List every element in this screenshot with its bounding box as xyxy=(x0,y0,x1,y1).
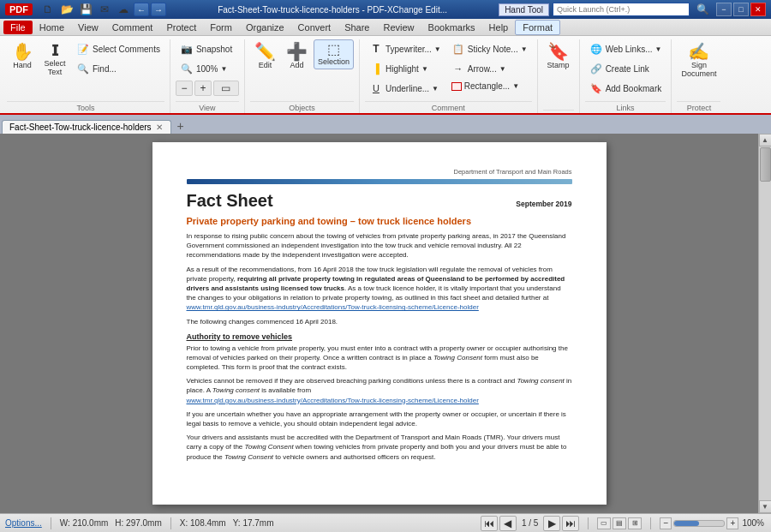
view-mode-3[interactable]: ⊞ xyxy=(628,517,642,529)
pdf-viewport[interactable]: Department of Transport and Main Roads F… xyxy=(0,134,758,513)
fact-sheet-date: September 2019 xyxy=(516,200,571,208)
qat-cloud[interactable]: ☁ xyxy=(115,2,132,17)
hand-tool-button[interactable]: ✋ Hand xyxy=(7,39,38,73)
zoom-out-status-btn[interactable]: − xyxy=(660,517,672,529)
status-x: X: 108.4mm xyxy=(180,518,226,528)
rectangle-button[interactable]: Rectangle... ▼ xyxy=(447,79,532,93)
doc-tab-active[interactable]: Fact-Sheet-Tow-truck-licence-holders ✕ xyxy=(2,120,171,134)
menu-format[interactable]: Format xyxy=(515,20,560,35)
protect-group-label: Protect xyxy=(677,101,720,113)
quick-launch-input[interactable] xyxy=(553,3,690,16)
menu-home[interactable]: Home xyxy=(33,21,71,34)
snapshot-button[interactable]: 📷 Snapshot xyxy=(176,39,239,58)
zoom-slider[interactable] xyxy=(673,520,725,527)
nav-forward[interactable]: → xyxy=(151,3,166,16)
zoom-in-btn[interactable]: + xyxy=(194,81,212,96)
highlight-button[interactable]: ▐ Highlight ▼ xyxy=(365,59,445,78)
select-comments-icon: 📝 xyxy=(76,42,90,56)
sticky-note-button[interactable]: 📋 Sticky Note... ▼ xyxy=(447,39,532,58)
new-tab-btn[interactable]: + xyxy=(173,118,188,134)
document-tabs: Fact-Sheet-Tow-truck-licence-holders ✕ + xyxy=(0,115,771,134)
sticky-note-dropdown: ▼ xyxy=(521,45,528,53)
edit-icon: ✏️ xyxy=(254,43,276,60)
pdf-para-1: In response to rising public concern abo… xyxy=(187,231,572,260)
create-link-button[interactable]: 🔗 Create Link xyxy=(585,59,666,78)
nav-prev-btn[interactable]: ◀ xyxy=(499,516,517,531)
ribbon-group-objects: ✏️ Edit ➕ Add ⬚ Selection Objects xyxy=(247,39,360,113)
menu-comment[interactable]: Comment xyxy=(105,21,160,34)
scroll-up-btn[interactable]: ▲ xyxy=(759,134,772,146)
status-bar: Options... W: 210.0mm H: 297.0mm X: 108.… xyxy=(0,513,771,532)
underline-button[interactable]: U Underline... ▼ xyxy=(365,79,445,98)
qat-open[interactable]: 📂 xyxy=(58,2,75,17)
tools-group-label: Tools xyxy=(7,101,164,113)
typewriter-button[interactable]: T Typewriter... ▼ xyxy=(365,39,445,58)
scroll-thumb[interactable] xyxy=(760,147,771,182)
edit-button[interactable]: ✏️ Edit xyxy=(250,39,280,73)
tool-label: Hand Tool xyxy=(499,3,549,16)
menu-share[interactable]: Share xyxy=(338,21,376,34)
underline-icon: U xyxy=(369,81,383,95)
ribbon-group-protect: ✍ SignDocument Protect xyxy=(673,39,726,113)
stamp-icon: 🔖 xyxy=(547,43,569,60)
nav-back[interactable]: ← xyxy=(134,3,149,16)
pdf-para-4: Prior to towing a vehicle from private p… xyxy=(187,344,572,373)
select-text-button[interactable]: 𝗜 SelectText xyxy=(39,39,70,80)
add-button[interactable]: ➕ Add xyxy=(282,39,312,73)
sep4 xyxy=(650,517,651,529)
doc-tab-close-btn[interactable]: ✕ xyxy=(155,123,164,132)
fact-sheet-title: Fact Sheet xyxy=(187,191,273,211)
menu-help[interactable]: Help xyxy=(482,21,516,34)
nav-next-btn[interactable]: ▶ xyxy=(543,516,560,531)
view-mode-2[interactable]: ▤ xyxy=(613,517,626,529)
nav-first-btn[interactable]: ⏮ xyxy=(481,516,498,531)
ribbon-group-view: 📷 Snapshot 🔍 100% ▼ − + ▭ View xyxy=(172,39,245,113)
ribbon-group-tools: ✋ Hand 𝗜 SelectText 📝 Select Comments 🔍 … xyxy=(3,39,170,113)
web-links-button[interactable]: 🌐 Web Links... ▼ xyxy=(585,39,666,58)
zoom-in-status-btn[interactable]: + xyxy=(726,517,738,529)
zoom-out-btn[interactable]: − xyxy=(176,81,193,96)
qat-new[interactable]: 🗋 xyxy=(39,2,57,17)
view-group-label: View xyxy=(176,101,239,113)
selection-button[interactable]: ⬚ Selection xyxy=(314,39,354,69)
add-bookmark-icon: 🔖 xyxy=(589,81,603,95)
fit-page-btn[interactable]: ▭ xyxy=(213,81,239,96)
sep1 xyxy=(51,517,51,529)
add-bookmark-button[interactable]: 🔖 Add Bookmark xyxy=(585,79,666,98)
options-btn[interactable]: Options... xyxy=(5,518,42,528)
nav-last-btn[interactable]: ⏭ xyxy=(562,516,579,531)
qat-email[interactable]: ✉ xyxy=(96,2,113,17)
zoom-level: 100% xyxy=(740,518,766,528)
doc-tab-name: Fact-Sheet-Tow-truck-licence-holders xyxy=(9,123,152,132)
menu-bookmarks[interactable]: Bookmarks xyxy=(421,21,482,34)
arrow-button[interactable]: → Arrow... ▼ xyxy=(447,59,532,78)
typewriter-icon: T xyxy=(369,42,383,56)
scroll-track[interactable] xyxy=(759,146,772,500)
search-icon[interactable]: 🔍 xyxy=(696,3,709,15)
menu-organize[interactable]: Organize xyxy=(239,21,291,34)
minimize-button[interactable]: − xyxy=(716,3,732,16)
sign-document-button[interactable]: ✍ SignDocument xyxy=(677,39,720,81)
scroll-down-btn[interactable]: ▼ xyxy=(759,500,772,513)
menu-convert[interactable]: Convert xyxy=(291,21,338,34)
menu-form[interactable]: Form xyxy=(203,21,239,34)
select-text-icon: 𝗜 xyxy=(51,43,59,58)
view-mode-1[interactable]: ▭ xyxy=(597,517,611,529)
stamp-button[interactable]: 🔖 Stamp xyxy=(543,39,574,73)
menu-review[interactable]: Review xyxy=(376,21,421,34)
close-button[interactable]: ✕ xyxy=(750,3,766,16)
ribbon-group-links: 🌐 Web Links... ▼ 🔗 Create Link 🔖 Add Boo… xyxy=(582,39,672,113)
fact-sheet-subtitle: Private property parking and towing – to… xyxy=(187,216,572,226)
select-comments-button[interactable]: 📝 Select Comments xyxy=(72,39,164,58)
menu-view[interactable]: View xyxy=(71,21,105,34)
menu-file[interactable]: File xyxy=(3,21,33,34)
arrow-icon: → xyxy=(451,62,465,75)
sign-doc-icon: ✍ xyxy=(688,43,709,60)
maximize-button[interactable]: □ xyxy=(733,3,749,16)
find-button[interactable]: 🔍 Find... xyxy=(72,59,164,78)
zoom-select[interactable]: 🔍 100% ▼ xyxy=(176,59,239,78)
page-indicator: 1 / 5 xyxy=(518,518,541,528)
menu-protect[interactable]: Protect xyxy=(159,21,203,34)
stamp-group-label xyxy=(543,110,574,113)
qat-save[interactable]: 💾 xyxy=(77,2,94,17)
